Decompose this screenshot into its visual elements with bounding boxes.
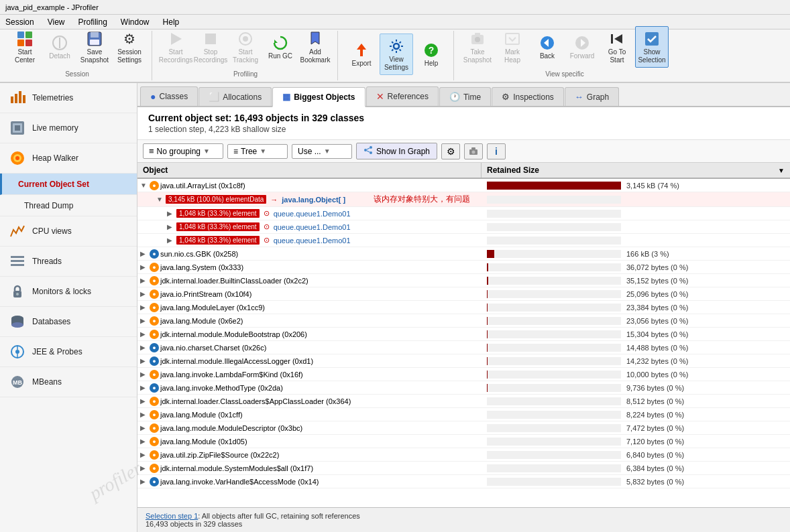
expand-arrow[interactable]: ▶: [140, 384, 148, 391]
take-snapshot-button[interactable]: TakeSnapshot: [461, 26, 494, 68]
export-button[interactable]: Export: [345, 38, 378, 71]
expand-arrow[interactable]: ▶: [140, 438, 148, 445]
expand-arrow[interactable]: ▶: [140, 451, 148, 458]
table-row[interactable]: ▶ ● jdk.internal.module.SystemModules$al…: [137, 462, 790, 475]
expand-arrow[interactable]: ▶: [140, 424, 148, 431]
info-icon-button[interactable]: i: [487, 143, 506, 159]
size-bar-container: [487, 196, 621, 204]
expand-arrow[interactable]: ▶: [140, 317, 148, 324]
expand-arrow[interactable]: ▶: [140, 478, 148, 485]
expand-arrow[interactable]: ▶: [140, 344, 148, 351]
sidebar-item-databases[interactable]: Databases: [0, 307, 137, 337]
mark-heap-button[interactable]: MarkHeap: [496, 26, 529, 68]
expand-arrow[interactable]: ▶: [167, 237, 175, 244]
table-row[interactable]: ▶ 1,048 kB (33.3%) element ⊙ queue.queue…: [137, 220, 790, 234]
table-row[interactable]: ▶ ● java.lang.Module (0x6e2) 23,056 byte…: [137, 314, 790, 328]
table-row[interactable]: ▶ ● jdk.internal.module.IllegalAccessLog…: [137, 354, 790, 368]
table-row[interactable]: ▶ ● jdk.internal.loader.BuiltinClassLoad…: [137, 274, 790, 287]
settings-icon-button[interactable]: ⚙: [441, 143, 460, 159]
table-row[interactable]: ▶ ● java.nio.charset.Charset (0x26c) 14,…: [137, 341, 790, 354]
table-row[interactable]: ▶ ● java.lang.invoke.LambdaForm$Kind (0x…: [137, 368, 790, 381]
expand-arrow[interactable]: ▶: [140, 371, 148, 378]
sidebar-item-monitors-locks[interactable]: Monitors & locks: [0, 277, 137, 307]
table-row[interactable]: ▶ ● java.lang.ModuleLayer (0x1cc9) 23,38…: [137, 301, 790, 314]
camera-icon-button[interactable]: [464, 143, 483, 159]
help-button[interactable]: ? Help: [414, 38, 448, 71]
inspections-tab-label: Inspections: [513, 92, 554, 102]
table-row[interactable]: ▶ ● java.lang.invoke.MethodType (0x2da) …: [137, 381, 790, 395]
expand-arrow[interactable]: ▶: [140, 304, 148, 311]
view-dropdown[interactable]: ≡ Tree ▼: [227, 144, 288, 159]
table-row[interactable]: ▶ ● java.lang.module.ModuleDescriptor (0…: [137, 421, 790, 435]
toolbar-group-session: StartCenter Detach SaveSnapshot ⚙ Sessio…: [3, 31, 152, 80]
svg-text:?: ?: [429, 45, 435, 56]
object-name: sun.nio.cs.GBK (0x258): [160, 250, 238, 258]
tab-references[interactable]: ✕ References: [366, 86, 439, 106]
tab-biggest-objects[interactable]: ▦ Biggest Objects: [272, 87, 365, 107]
forward-button[interactable]: Forward: [565, 30, 599, 64]
go-to-start-button[interactable]: Go ToStart: [600, 26, 634, 68]
tab-bar: ● Classes ⬜ Allocations ▦ Biggest Object…: [137, 83, 790, 107]
back-button[interactable]: Back: [530, 30, 564, 64]
expand-arrow[interactable]: ▶: [140, 464, 148, 472]
table-row[interactable]: ▼ 3,145 kB (100.0%) elementData → java.l…: [137, 192, 790, 207]
show-in-graph-button[interactable]: Show In Graph: [356, 143, 437, 159]
expand-arrow[interactable]: ▶: [140, 290, 148, 297]
start-center-button[interactable]: StartCenter: [8, 26, 42, 68]
save-snapshot-button[interactable]: SaveSnapshot: [78, 26, 111, 68]
table-row[interactable]: ▶ ● java.lang.Module (0x1cff) 8,224 byte…: [137, 408, 790, 421]
tab-allocations[interactable]: ⬜ Allocations: [199, 87, 272, 106]
table-row[interactable]: ▶ ● java.lang.invoke.VarHandle$AccessMod…: [137, 475, 790, 488]
col-size-header: Retained Size ▼: [482, 163, 790, 178]
tab-graph[interactable]: ↔ Graph: [565, 87, 619, 106]
table-row[interactable]: ▶ ● java.io.PrintStream (0x10f4) 25,096 …: [137, 287, 790, 301]
tab-inspections[interactable]: ⚙ Inspections: [492, 87, 564, 106]
run-gc-button[interactable]: Run GC: [264, 30, 297, 64]
tab-classes[interactable]: ● Classes: [140, 86, 198, 106]
expand-arrow[interactable]: ▶: [140, 277, 148, 284]
expand-arrow[interactable]: ▶: [140, 263, 148, 271]
expand-arrow[interactable]: ▶: [167, 210, 175, 217]
obj-icon-orange: ●: [150, 276, 159, 285]
tab-time[interactable]: 🕐 Time: [439, 87, 491, 106]
expand-arrow[interactable]: ▶: [140, 397, 148, 405]
sidebar-item-jee-probes[interactable]: JEE & Probes: [0, 337, 137, 367]
expand-arrow[interactable]: ▶: [140, 411, 148, 418]
size-bar-container: [487, 384, 621, 392]
session-settings-button[interactable]: ⚙ SessionSettings: [113, 26, 146, 68]
table-row[interactable]: ▶ 1,048 kB (33.3%) element ⊙ queue.queue…: [137, 234, 790, 247]
stop-recordings-button[interactable]: StopRecordings: [194, 26, 227, 68]
selection-step-link[interactable]: Selection step 1: [146, 512, 198, 520]
start-tracking-button[interactable]: StartTracking: [229, 26, 262, 68]
table-row[interactable]: ▶ ● sun.nio.cs.GBK (0x258) 166 kB (3 %): [137, 247, 790, 261]
view-settings-button[interactable]: ViewSettings: [380, 34, 413, 75]
table-row[interactable]: ▼ ● java.util.ArrayList (0x1c8f) 3,145 k…: [137, 179, 790, 192]
table-row[interactable]: ▶ ● java.lang.Module (0x1d05) 7,120 byte…: [137, 435, 790, 448]
table-row[interactable]: ▶ ● java.lang.System (0x333) 36,072 byte…: [137, 261, 790, 274]
table-row[interactable]: ▶ ● jdk.internal.module.ModuleBootstrap …: [137, 328, 790, 341]
detach-button[interactable]: Detach: [43, 30, 76, 64]
expand-arrow[interactable]: ▶: [140, 357, 148, 364]
expand-arrow[interactable]: ▼: [156, 196, 164, 203]
sidebar-item-mbeans[interactable]: MB MBeans: [0, 367, 137, 397]
start-recordings-button[interactable]: StartRecordings: [159, 26, 192, 68]
add-bookmark-button[interactable]: AddBookmark: [298, 26, 332, 68]
sidebar-item-telemetries[interactable]: Telemetries: [0, 83, 137, 113]
sidebar-item-thread-dump[interactable]: Thread Dump: [0, 195, 137, 216]
table-row[interactable]: ▶ 1,048 kB (33.3%) element ⊙ queue.queue…: [137, 207, 790, 220]
use-dropdown[interactable]: Use ... ▼: [292, 144, 352, 159]
table-row[interactable]: ▶ ● jdk.internal.loader.ClassLoaders$App…: [137, 395, 790, 408]
sidebar-item-threads[interactable]: Threads: [0, 247, 137, 277]
sidebar-item-current-object-set[interactable]: Current Object Set: [0, 174, 137, 195]
table-row[interactable]: ▶ ● java.util.zip.ZipFile$Source (0x22c2…: [137, 448, 790, 462]
sidebar-item-heap-walker[interactable]: Heap Walker: [0, 143, 137, 174]
expand-arrow[interactable]: ▼: [140, 182, 148, 189]
expand-arrow[interactable]: ▶: [140, 250, 148, 257]
sidebar-item-live-memory[interactable]: Live memory: [0, 113, 137, 143]
sidebar-item-cpu-views[interactable]: CPU views: [0, 216, 137, 247]
show-selection-button[interactable]: ShowSelection: [635, 26, 669, 68]
sort-arrow[interactable]: ▼: [778, 167, 785, 174]
grouping-dropdown[interactable]: ≡ No grouping ▼: [143, 143, 223, 159]
expand-arrow[interactable]: ▶: [140, 330, 148, 338]
expand-arrow[interactable]: ▶: [167, 223, 175, 230]
